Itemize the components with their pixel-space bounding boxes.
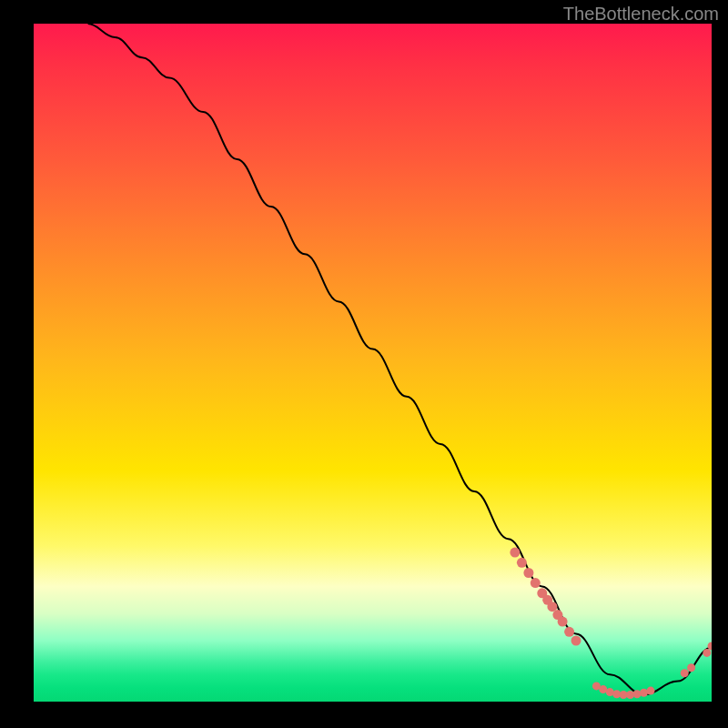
data-point	[510, 548, 520, 558]
chart-svg	[34, 24, 712, 702]
data-point	[558, 617, 568, 627]
data-markers	[510, 548, 712, 699]
bottleneck-curve	[88, 24, 712, 695]
data-point	[523, 568, 533, 578]
chart-container: TheBottleneck.com	[0, 0, 728, 728]
data-point	[633, 690, 642, 698]
data-point	[531, 578, 541, 588]
data-point	[564, 627, 574, 637]
data-point	[517, 558, 527, 568]
data-point	[647, 687, 655, 695]
watermark-text: TheBottleneck.com	[563, 4, 719, 25]
data-point	[703, 649, 711, 657]
data-point	[687, 663, 695, 672]
data-point	[571, 636, 581, 646]
data-point	[681, 669, 689, 677]
plot-area	[34, 24, 712, 702]
